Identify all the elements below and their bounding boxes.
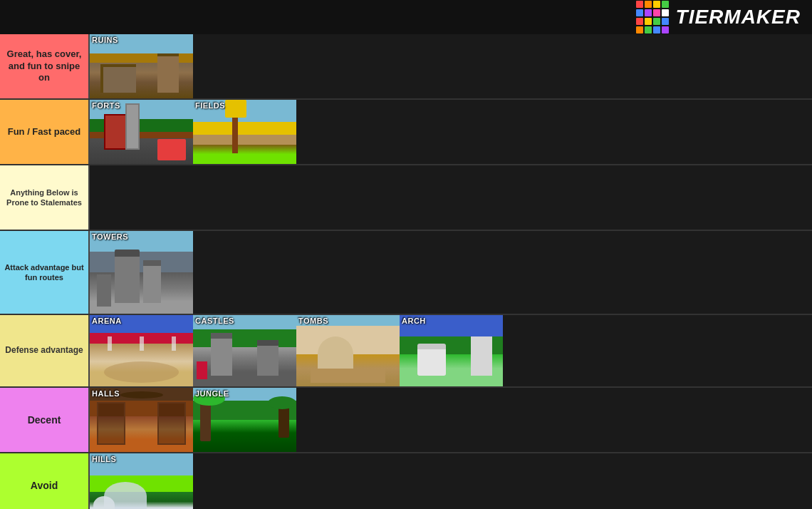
tier-label-f: Avoid	[0, 453, 88, 509]
logo-cell	[653, 9, 660, 16]
map-castles[interactable]: CASTLES	[193, 315, 296, 386]
tier-label-s: Great, has cover, and fun to snipe on	[0, 34, 88, 98]
tier-content-d: ARENA CASTLES	[88, 315, 812, 386]
header: TiERMAKER	[0, 0, 812, 34]
logo-cell	[662, 26, 669, 34]
tier-row-a: Fun / Fast paced FORTS	[0, 100, 812, 165]
logo-cell	[645, 9, 652, 16]
map-forts-label: FORTS	[90, 100, 123, 111]
map-fields-label: FIELDS	[193, 100, 227, 111]
tier-label-d: Defense advantage	[0, 315, 88, 386]
tier-row-f: Avoid HILLS	[0, 453, 812, 509]
tier-row-b: Anything Below is Prone to Stalemates	[0, 165, 812, 231]
map-hills[interactable]: HILLS	[90, 453, 193, 509]
map-castles-label: CASTLES	[193, 315, 236, 327]
tier-label-b: Anything Below is Prone to Stalemates	[0, 165, 88, 230]
logo-text: TiERMAKER	[676, 6, 801, 29]
map-forts[interactable]: FORTS	[90, 100, 193, 164]
tier-row-c: Attack advantage but fun routes TOWERS	[0, 231, 812, 315]
logo-cell	[636, 1, 643, 8]
logo-cell	[662, 1, 669, 8]
logo-cell	[662, 9, 669, 16]
tier-label-e: Decent	[0, 388, 88, 452]
map-halls[interactable]: HALLS	[90, 388, 193, 452]
tier-content-e: HALLS JUNGLE	[88, 388, 812, 452]
app-container: TiERMAKER Great, has cover, and fun to s…	[0, 0, 812, 509]
map-arena[interactable]: ARENA	[90, 315, 193, 386]
logo: TiERMAKER	[636, 1, 801, 34]
logo-cell	[645, 18, 652, 25]
map-fields[interactable]: FIELDS	[193, 100, 296, 164]
logo-grid	[636, 1, 669, 34]
tier-content-c: TOWERS	[88, 231, 812, 314]
tier-label-a: Fun / Fast paced	[0, 100, 88, 164]
logo-cell	[662, 18, 669, 25]
logo-cell	[645, 26, 652, 34]
logo-cell	[645, 1, 652, 8]
map-jungle[interactable]: JUNGLE	[193, 388, 296, 452]
logo-cell	[653, 26, 660, 34]
tier-list: Great, has cover, and fun to snipe on RU…	[0, 34, 812, 509]
tier-row-d: Defense advantage ARENA	[0, 315, 812, 388]
map-arena-label: ARENA	[90, 315, 124, 327]
map-arch-label: ARCH	[400, 315, 428, 327]
logo-cell	[636, 26, 643, 34]
map-tombs[interactable]: TOMBS	[296, 315, 400, 386]
logo-cell	[653, 1, 660, 8]
tier-content-s: RUINS	[88, 34, 812, 98]
logo-cell	[636, 18, 643, 25]
map-jungle-label: JUNGLE	[193, 388, 231, 399]
map-halls-label: HALLS	[90, 388, 122, 399]
map-hills-label: HILLS	[90, 453, 118, 465]
map-towers[interactable]: TOWERS	[90, 231, 193, 314]
map-tombs-label: TOMBS	[296, 315, 330, 327]
tier-row-s: Great, has cover, and fun to snipe on RU…	[0, 34, 812, 100]
map-ruins-label: RUINS	[90, 34, 120, 46]
map-towers-img	[90, 231, 193, 314]
tier-content-a: FORTS FIELDS	[88, 100, 812, 164]
tier-content-b	[88, 165, 812, 230]
tier-row-e: Decent HALLS	[0, 388, 812, 453]
map-towers-label: TOWERS	[90, 231, 130, 242]
tier-content-f: HILLS	[88, 453, 812, 509]
map-ruins[interactable]: RUINS	[90, 34, 193, 98]
logo-cell	[636, 9, 643, 16]
map-arch[interactable]: ARCH	[400, 315, 503, 386]
logo-cell	[653, 18, 660, 25]
tier-label-c: Attack advantage but fun routes	[0, 231, 88, 314]
